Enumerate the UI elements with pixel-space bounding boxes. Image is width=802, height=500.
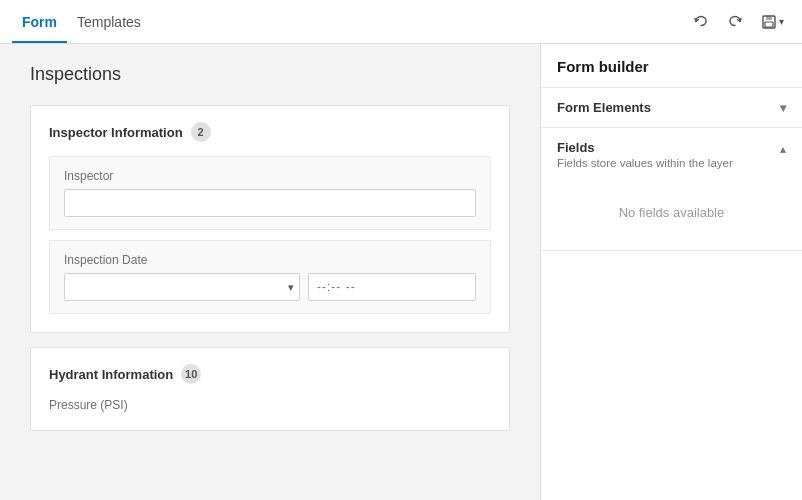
inspection-date-field-block: Inspection Date: [49, 240, 491, 314]
redo-button[interactable]: [721, 10, 749, 34]
pressure-label: Pressure (PSI): [49, 398, 491, 412]
tab-templates[interactable]: Templates: [67, 0, 151, 43]
inspector-info-label: Inspector Information: [49, 125, 183, 140]
date-row: [64, 273, 476, 301]
form-elements-section: Form Elements ▾: [541, 88, 802, 128]
inspector-input[interactable]: [64, 189, 476, 217]
svg-rect-2: [765, 22, 773, 27]
date-select-wrap: [64, 273, 300, 301]
fields-chevron: ▴: [780, 142, 786, 156]
fields-section: Fields Fields store values within the la…: [541, 128, 802, 251]
inspector-info-header: Inspector Information 2: [49, 122, 491, 142]
time-input[interactable]: [308, 273, 476, 301]
save-dropdown-arrow[interactable]: ▾: [779, 16, 784, 27]
hydrant-info-header: Hydrant Information 10: [49, 364, 491, 384]
inspector-info-badge: 2: [191, 122, 211, 142]
main-content: Inspections Inspector Information 2 Insp…: [0, 44, 802, 500]
save-button[interactable]: ▾: [755, 10, 790, 34]
inspector-info-group: Inspector Information 2 Inspector Inspec…: [30, 105, 510, 333]
form-canvas: Inspections Inspector Information 2 Insp…: [0, 44, 540, 500]
form-elements-label: Form Elements: [557, 100, 651, 115]
hydrant-info-group: Hydrant Information 10 Pressure (PSI): [30, 347, 510, 431]
inspector-label: Inspector: [64, 169, 476, 183]
form-elements-header[interactable]: Form Elements ▾: [541, 88, 802, 127]
toolbar: ▾: [687, 10, 790, 34]
form-elements-chevron: ▾: [780, 101, 786, 115]
hydrant-info-label: Hydrant Information: [49, 367, 173, 382]
tab-bar: Form Templates ▾: [0, 0, 802, 44]
form-title: Inspections: [30, 64, 510, 85]
inspector-field-block: Inspector: [49, 156, 491, 230]
panel-title: Form builder: [541, 44, 802, 88]
fields-description: Fields store values within the layer: [557, 157, 733, 169]
tab-form[interactable]: Form: [12, 0, 67, 43]
fields-title: Fields: [557, 140, 733, 155]
undo-button[interactable]: [687, 10, 715, 34]
svg-rect-1: [766, 16, 772, 20]
no-fields-message: No fields available: [541, 175, 802, 250]
form-builder-panel: Form builder Form Elements ▾ Fields Fiel…: [540, 44, 802, 500]
fields-header[interactable]: Fields Fields store values within the la…: [541, 128, 802, 175]
date-select[interactable]: [64, 273, 300, 301]
hydrant-info-badge: 10: [181, 364, 201, 384]
inspection-date-label: Inspection Date: [64, 253, 476, 267]
